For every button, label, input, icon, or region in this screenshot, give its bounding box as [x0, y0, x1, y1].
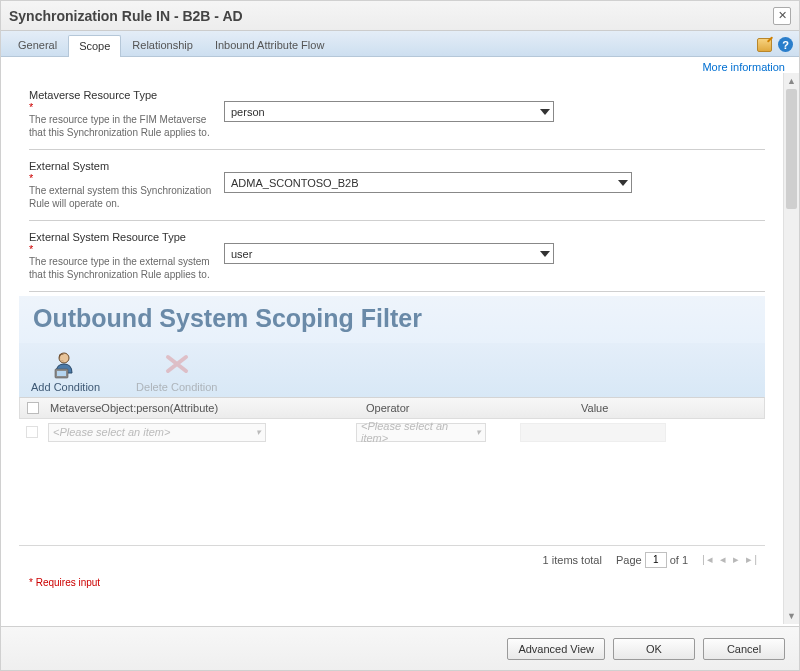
add-user-icon	[51, 349, 81, 379]
metaverse-type-select[interactable]: person	[224, 101, 554, 122]
required-marker: *	[29, 172, 214, 182]
tab-relationship[interactable]: Relationship	[121, 34, 204, 56]
items-total-label: 1 items total	[543, 554, 602, 566]
svg-rect-2	[57, 371, 66, 376]
operator-select[interactable]: <Please select an item> ▾	[356, 423, 486, 442]
scroll-up-icon[interactable]: ▲	[784, 73, 799, 89]
scrollbar-thumb[interactable]	[786, 89, 797, 209]
chevron-down-icon	[537, 244, 553, 263]
chevron-down-icon	[537, 102, 553, 121]
chevron-down-icon: ▾	[256, 427, 261, 437]
external-system-select[interactable]: ADMA_SCONTOSO_B2B	[224, 172, 632, 193]
page-of-label: of 1	[670, 553, 688, 565]
field-description: The resource type in the external system…	[29, 255, 214, 281]
chevron-down-icon	[615, 173, 631, 192]
select-all-checkbox[interactable]	[27, 402, 39, 414]
tab-scope[interactable]: Scope	[68, 35, 121, 57]
scoping-filter-title: Outbound System Scoping Filter	[33, 304, 753, 333]
select-value: person	[231, 106, 265, 118]
field-external-system: External System * The external system th…	[29, 150, 765, 221]
window-title: Synchronization Rule IN - B2B - AD	[9, 8, 773, 24]
clipboard-icon[interactable]	[757, 38, 772, 52]
required-marker: *	[29, 101, 214, 111]
external-type-select[interactable]: user	[224, 243, 554, 264]
required-marker: *	[29, 243, 214, 253]
close-button[interactable]: ✕	[773, 7, 791, 25]
field-label: Metaverse Resource Type	[29, 89, 214, 101]
more-information-link[interactable]: More information	[702, 61, 785, 73]
select-value: user	[231, 248, 252, 260]
title-bar: Synchronization Rule IN - B2B - AD ✕	[1, 1, 799, 31]
select-placeholder: <Please select an item>	[361, 420, 476, 444]
ok-button[interactable]: OK	[613, 638, 695, 660]
column-value: Value	[581, 402, 764, 414]
field-label: External System Resource Type	[29, 231, 214, 243]
page-label: Page	[616, 553, 642, 565]
scroll-down-icon[interactable]: ▼	[784, 608, 799, 624]
field-metaverse-resource-type: Metaverse Resource Type * The resource t…	[29, 73, 765, 150]
column-operator: Operator	[366, 402, 581, 414]
scoping-toolbar: Add Condition Delete Condition	[19, 343, 765, 397]
select-placeholder: <Please select an item>	[53, 426, 170, 438]
tab-general[interactable]: General	[7, 34, 68, 56]
field-description: The resource type in the FIM Metaverse t…	[29, 113, 214, 139]
add-condition-button[interactable]: Add Condition	[27, 347, 104, 395]
page-number-input[interactable]	[645, 552, 667, 568]
more-info-row: More information	[1, 57, 799, 73]
field-external-system-resource-type: External System Resource Type * The reso…	[29, 221, 765, 292]
row-checkbox[interactable]	[26, 426, 38, 438]
tab-bar: General Scope Relationship Inbound Attri…	[1, 31, 799, 57]
action-label: Delete Condition	[136, 381, 217, 393]
help-icon[interactable]: ?	[778, 37, 793, 52]
requires-input-note: * Requires input	[1, 577, 783, 588]
scoping-filter-panel: Outbound System Scoping Filter Add Condi…	[19, 296, 765, 573]
column-attribute: MetaverseObject:person(Attribute)	[46, 402, 366, 414]
field-label: External System	[29, 160, 214, 172]
delete-icon	[162, 349, 192, 379]
delete-condition-button: Delete Condition	[132, 347, 221, 395]
content-area: Metaverse Resource Type * The resource t…	[1, 73, 783, 624]
chevron-down-icon: ▾	[476, 427, 481, 437]
field-description: The external system this Synchronization…	[29, 184, 214, 210]
scoping-table-row: <Please select an item> ▾ <Please select…	[19, 419, 765, 445]
dialog-footer: Advanced View OK Cancel	[1, 626, 799, 670]
value-input[interactable]	[520, 423, 666, 442]
pager-nav-buttons[interactable]: |◂ ◂ ▸ ▸|	[702, 553, 759, 566]
vertical-scrollbar[interactable]: ▲ ▼	[783, 73, 799, 624]
action-label: Add Condition	[31, 381, 100, 393]
scoping-table-header: MetaverseObject:person(Attribute) Operat…	[19, 397, 765, 419]
tab-inbound-attribute-flow[interactable]: Inbound Attribute Flow	[204, 34, 335, 56]
attribute-select[interactable]: <Please select an item> ▾	[48, 423, 266, 442]
select-value: ADMA_SCONTOSO_B2B	[231, 177, 359, 189]
cancel-button[interactable]: Cancel	[703, 638, 785, 660]
pagination-bar: 1 items total Page of 1 |◂ ◂ ▸ ▸|	[19, 545, 765, 573]
advanced-view-button[interactable]: Advanced View	[507, 638, 605, 660]
